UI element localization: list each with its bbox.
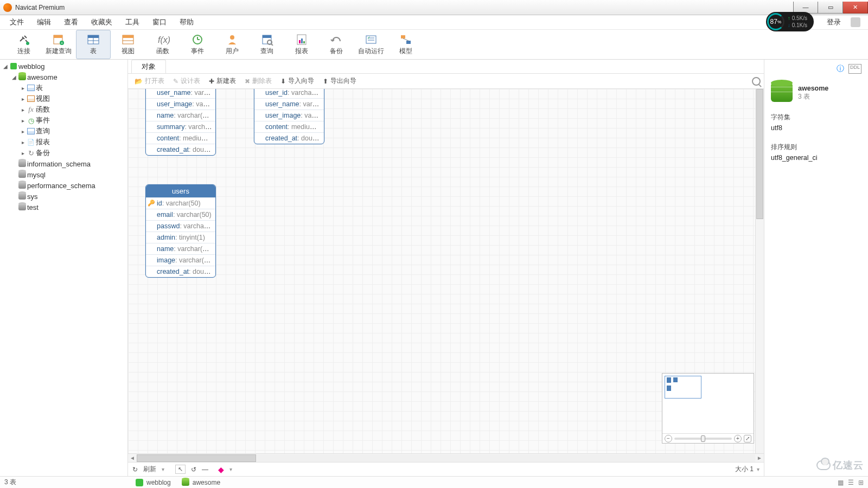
entity-column[interactable]: created_at: doub... (146, 266, 215, 277)
entity-column[interactable]: content: medium... (146, 132, 215, 144)
entity-column[interactable]: name: varchar(50) (146, 243, 215, 254)
tree-report[interactable]: ▸📄报表 (0, 137, 127, 147)
entity-column[interactable]: id: varchar(50) (146, 197, 215, 209)
expand-icon[interactable]: ▸ (20, 96, 26, 102)
expand-icon[interactable]: ◢ (11, 74, 17, 80)
tab-objects[interactable]: 对象 (131, 60, 166, 73)
expand-icon[interactable]: ▸ (20, 150, 26, 156)
entity-blogs[interactable]: blogsid: varchar(50)user_id: varchar(5..… (145, 89, 216, 156)
toolbar-table[interactable]: 表 (76, 30, 111, 59)
view-list-icon[interactable]: ▦ (838, 479, 844, 486)
color-tool-icon[interactable]: ◆ (218, 465, 224, 474)
zoom-out-button[interactable]: − (665, 435, 672, 442)
menu-fav[interactable]: 收藏夹 (85, 16, 119, 29)
entity-comments[interactable]: commentsid: varchar(50)blog_id: varchar(… (254, 89, 324, 144)
tree-backup[interactable]: ▸↻备份 (0, 147, 127, 158)
entity-column[interactable]: user_name: varch... (254, 98, 324, 110)
entity-column[interactable]: image: varchar(5... (146, 254, 215, 266)
toolbar-user[interactable]: 用户 (215, 30, 250, 59)
zoom-in-button[interactable]: + (734, 435, 742, 442)
objtb-2[interactable]: ✚新建表 (206, 75, 239, 87)
entity-column[interactable]: email: varchar(50) (146, 209, 215, 220)
expand-icon[interactable]: ▸ (20, 107, 26, 113)
menu-window[interactable]: 窗口 (146, 16, 173, 29)
menu-tools[interactable]: 工具 (119, 16, 146, 29)
entity-column[interactable]: user_name: varch... (146, 89, 215, 98)
menu-view[interactable]: 查看 (58, 16, 85, 29)
tree-fx[interactable]: ▸fx函数 (0, 104, 127, 115)
entity-column[interactable]: summary: varcha... (146, 121, 215, 132)
info-icon[interactable]: ⓘ (837, 64, 844, 74)
toolbar-view[interactable]: 视图 (111, 30, 145, 59)
expand-icon[interactable]: ▸ (20, 85, 26, 91)
objtb-5[interactable]: ⬆导出向导 (320, 75, 360, 87)
menu-file[interactable]: 文件 (3, 16, 30, 29)
close-button[interactable]: ✕ (843, 2, 868, 14)
entity-column[interactable]: user_image: varc... (254, 110, 324, 121)
color-dropdown-icon[interactable]: ▾ (229, 466, 232, 472)
zoom-fit-button[interactable]: ⤢ (744, 435, 751, 442)
menu-help[interactable]: 帮助 (173, 16, 200, 29)
tree-db[interactable]: sys (0, 191, 127, 202)
toolbar-fx[interactable]: f(x)函数 (145, 30, 180, 59)
scrollbar-thumb[interactable] (137, 454, 256, 462)
tree-connection[interactable]: ◢webblog (0, 61, 127, 72)
entity-column[interactable]: admin: tinyint(1) (146, 232, 215, 243)
zoom-bar: − + ⤢ (662, 433, 754, 443)
entity-column[interactable]: content: medium... (254, 121, 324, 132)
scrollbar-thumb[interactable] (756, 89, 763, 219)
expand-icon[interactable]: ▸ (20, 118, 26, 124)
entity-column[interactable]: created_at: doub... (146, 144, 215, 155)
view-detail-icon[interactable]: ☰ (848, 479, 854, 486)
objtb-4[interactable]: ⬇导入向导 (277, 75, 317, 87)
entity-column[interactable]: created_at: doub... (254, 132, 324, 144)
entity-users[interactable]: usersid: varchar(50)email: varchar(50)pa… (145, 184, 216, 278)
login-area[interactable]: 登录 (820, 16, 865, 29)
menu-edit[interactable]: 编辑 (30, 16, 58, 29)
refresh-label[interactable]: 刷新 (143, 465, 156, 474)
expand-icon[interactable]: ◢ (2, 63, 9, 69)
connection-tree[interactable]: ◢webblog◢awesome▸表▸视图▸fx函数▸◷事件▸查询▸📄报表▸↻备… (0, 60, 128, 476)
toolbar-plug[interactable]: 连接 (7, 30, 41, 59)
expand-icon[interactable]: ▸ (20, 129, 26, 134)
expand-icon[interactable]: ▸ (20, 139, 26, 145)
tree-query[interactable]: ▸查询 (0, 126, 127, 137)
line-tool-icon[interactable]: — (202, 466, 208, 473)
pointer-tool-icon[interactable]: ↖ (175, 465, 186, 474)
entity-column[interactable]: name: varchar(50) (146, 110, 215, 121)
vertical-scrollbar[interactable] (755, 89, 764, 453)
minimap[interactable]: − + ⤢ (662, 373, 754, 444)
refresh-dropdown-icon[interactable]: ▾ (162, 466, 164, 472)
tree-db-active[interactable]: ◢awesome (0, 72, 127, 82)
tree-view[interactable]: ▸视图 (0, 93, 127, 104)
toolbar-model[interactable]: 模型 (388, 30, 423, 59)
relation-tool-icon[interactable]: ↺ (191, 466, 196, 473)
tree-table[interactable]: ▸表 (0, 82, 127, 93)
toolbar-query[interactable]: 查询 (250, 30, 284, 59)
tree-db[interactable]: mysql (0, 169, 127, 180)
horizontal-scrollbar[interactable]: ◄ ► (128, 453, 764, 462)
toolbar-auto[interactable]: ✓自动运行 (354, 30, 388, 59)
tree-db[interactable]: test (0, 202, 127, 213)
zoom-slider[interactable] (674, 438, 732, 440)
scroll-left-button[interactable]: ◄ (128, 455, 137, 461)
toolbar-clock[interactable]: 事件 (180, 30, 215, 59)
view-er-icon[interactable]: ⊞ (858, 479, 864, 486)
search-icon[interactable] (752, 77, 761, 86)
zoom-thumb[interactable] (701, 435, 705, 442)
toolbar-backup[interactable]: 备份 (319, 30, 354, 59)
size-dropdown-icon[interactable]: ▾ (757, 466, 760, 472)
toolbar-report[interactable]: 报表 (284, 30, 319, 59)
maximize-button[interactable]: ▭ (818, 2, 843, 14)
toolbar-newquery[interactable]: +新建查询 (41, 30, 76, 59)
refresh-icon[interactable]: ↻ (132, 466, 138, 473)
scroll-right-button[interactable]: ► (755, 455, 764, 461)
entity-column[interactable]: user_image: varc... (146, 98, 215, 110)
entity-column[interactable]: passwd: varchar(... (146, 220, 215, 232)
ddl-icon[interactable]: DDL (848, 64, 861, 74)
tree-db[interactable]: performance_schema (0, 180, 127, 191)
tree-db[interactable]: information_schema (0, 158, 127, 169)
svg-rect-6 (88, 35, 99, 38)
entity-column[interactable]: user_id: varchar(5... (254, 89, 324, 98)
tree-clock[interactable]: ▸◷事件 (0, 115, 127, 126)
